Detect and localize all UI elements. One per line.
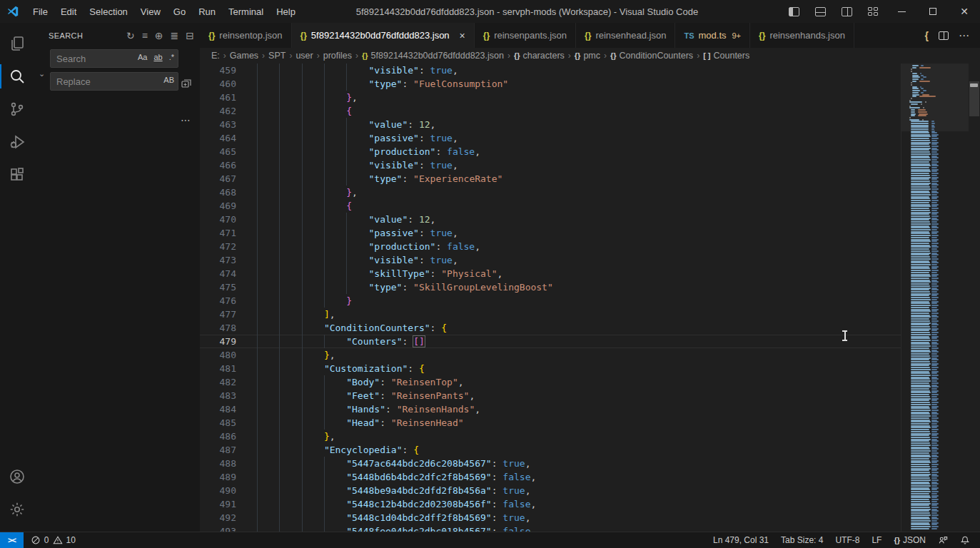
- sidebar-item-search[interactable]: [0, 60, 34, 93]
- more-editor-actions-icon[interactable]: ⋯: [959, 29, 970, 42]
- breadcrumb-item-user[interactable]: user: [295, 51, 313, 61]
- tab-size[interactable]: Tab Size: 4: [781, 535, 823, 545]
- curly-brace-icon[interactable]: {: [925, 30, 929, 41]
- code-line[interactable]: 486},: [200, 430, 901, 443]
- search-more-actions-icon[interactable]: ⋯: [181, 114, 191, 126]
- breadcrumb-item-conditioncounters[interactable]: {}ConditionCounters: [610, 51, 693, 61]
- code-line[interactable]: 485"Head": "ReinsenHead": [200, 416, 901, 430]
- refresh-icon[interactable]: ↻: [126, 30, 135, 41]
- menu-selection[interactable]: Selection: [83, 4, 133, 20]
- code-line[interactable]: 487"Encyclopedia": {: [200, 443, 901, 457]
- code-line[interactable]: 475"type": "SkillGroupLevelingBoost": [200, 280, 901, 294]
- code-line[interactable]: 489"5448bd6b4bdc2dfc2f8b4569": false,: [200, 470, 901, 484]
- notifications-bell-icon[interactable]: [960, 535, 970, 545]
- menu-help[interactable]: Help: [270, 4, 302, 20]
- code-line[interactable]: 481"Customization": {: [200, 362, 901, 375]
- close-tab-icon[interactable]: ×: [460, 30, 465, 41]
- maximize-button[interactable]: [917, 0, 949, 23]
- menu-run[interactable]: Run: [192, 4, 222, 20]
- tab-reinsenpants.json[interactable]: {}reinsenpants.json: [475, 23, 576, 48]
- code-line[interactable]: 483"Feet": "ReinsenPants",: [200, 389, 901, 402]
- code-line[interactable]: 472"production": false,: [200, 240, 901, 253]
- tab-reinsentop.json[interactable]: {}reinsentop.json: [200, 23, 292, 48]
- code-line[interactable]: 476}: [200, 294, 901, 308]
- menu-edit[interactable]: Edit: [54, 4, 83, 20]
- code-line[interactable]: 474"skillType": "Physical",: [200, 267, 901, 280]
- editor-scrollbar[interactable]: [969, 64, 980, 532]
- customize-layout-icon[interactable]: [868, 7, 878, 16]
- breadcrumb-item-characters[interactable]: {}characters: [514, 51, 565, 61]
- breadcrumb-item-counters[interactable]: [ ]Counters: [703, 51, 749, 61]
- split-editor-icon[interactable]: [939, 31, 949, 40]
- problems-indicator[interactable]: 0 10: [24, 535, 76, 545]
- minimize-button[interactable]: [886, 0, 917, 23]
- breadcrumb-item-spt[interactable]: SPT: [268, 51, 286, 61]
- code-line[interactable]: 460"type": "FuelConsumption": [200, 77, 901, 91]
- toggle-secondary-sidebar-icon[interactable]: [842, 7, 852, 16]
- code-line[interactable]: 470"value": 12,: [200, 213, 901, 226]
- eol-sequence[interactable]: LF: [872, 535, 882, 545]
- replace-input[interactable]: [50, 72, 178, 91]
- code-line[interactable]: 479"Counters": []: [200, 335, 901, 348]
- account-button[interactable]: [0, 460, 34, 493]
- collapse-all-icon[interactable]: ⊟: [186, 30, 194, 41]
- toggle-replace-chevron-icon[interactable]: ⌄: [39, 69, 49, 91]
- language-mode[interactable]: {} JSON: [894, 535, 926, 545]
- close-window-button[interactable]: ✕: [949, 0, 980, 23]
- view-as-list-icon[interactable]: ≣: [171, 30, 179, 41]
- code-line[interactable]: 471"passive": true,: [200, 226, 901, 240]
- code-line[interactable]: 484"Hands": "ReinsenHands",: [200, 402, 901, 416]
- code-line[interactable]: 464"passive": true,: [200, 131, 901, 145]
- code-line[interactable]: 465"production": false,: [200, 145, 901, 158]
- tab-5f89214432b0dd76dfddd823.json[interactable]: {}5f89214432b0dd76dfddd823.json×: [292, 23, 475, 48]
- match-case-icon[interactable]: Aa: [137, 53, 148, 61]
- code-line[interactable]: 468},: [200, 186, 901, 199]
- minimap[interactable]: [901, 64, 969, 532]
- code-line[interactable]: 482"Body": "ReinsenTop",: [200, 375, 901, 389]
- breadcrumb-item-e:[interactable]: E:: [211, 51, 220, 61]
- code-editor[interactable]: 459"visible": true,460"type": "FuelConsu…: [200, 64, 901, 532]
- sidebar-item-extensions[interactable]: [0, 158, 34, 191]
- menu-terminal[interactable]: Terminal: [222, 4, 270, 20]
- code-line[interactable]: 492"5448c1d04bdc2dff2f8b4569": true,: [200, 511, 901, 524]
- tab-reinsenhands.json[interactable]: {}reinsenhands.json: [750, 23, 854, 48]
- code-line[interactable]: 480},: [200, 348, 901, 362]
- code-line[interactable]: 467"type": "ExperienceRate": [200, 172, 901, 186]
- sidebar-item-source-control[interactable]: [0, 93, 34, 126]
- whole-word-icon[interactable]: ab: [153, 53, 163, 61]
- clear-search-results-icon[interactable]: ≡: [142, 30, 148, 41]
- regex-icon[interactable]: .*: [168, 53, 175, 61]
- tab-mod.ts[interactable]: TSmod.ts9+: [675, 23, 750, 48]
- tab-reinsenhead.json[interactable]: {}reinsenhead.json: [576, 23, 675, 48]
- sidebar-item-run-debug[interactable]: [0, 126, 34, 158]
- code-line[interactable]: 477],: [200, 308, 901, 321]
- menu-view[interactable]: View: [134, 4, 167, 20]
- settings-button[interactable]: [0, 493, 34, 526]
- breadcrumb-item-profiles[interactable]: profiles: [323, 51, 352, 61]
- toggle-sidebar-icon[interactable]: [789, 7, 799, 16]
- code-line[interactable]: 466"visible": true,: [200, 158, 901, 172]
- menu-go[interactable]: Go: [167, 4, 192, 20]
- toggle-panel-icon[interactable]: [815, 7, 826, 16]
- code-line[interactable]: 459"visible": true,: [200, 64, 901, 77]
- code-line[interactable]: 463"value": 12,: [200, 118, 901, 131]
- code-line[interactable]: 490"5448be9a4bdc2dfd2f8b456a": true,: [200, 484, 901, 497]
- preserve-case-icon[interactable]: AB: [163, 76, 175, 84]
- code-line[interactable]: 478"ConditionCounters": {: [200, 321, 901, 335]
- breadcrumb-item-5f89214432b0dd76dfddd823.json[interactable]: {}5f89214432b0dd76dfddd823.json: [362, 51, 504, 61]
- code-line[interactable]: 469{: [200, 199, 901, 213]
- encoding[interactable]: UTF-8: [835, 535, 859, 545]
- code-line[interactable]: 461},: [200, 91, 901, 104]
- open-new-search-editor-icon[interactable]: ⊕: [155, 30, 163, 41]
- feedback-icon[interactable]: [938, 535, 948, 545]
- breadcrumb-item-games[interactable]: Games: [230, 51, 258, 61]
- breadcrumb-item-pmc[interactable]: {}pmc: [575, 51, 600, 61]
- cursor-position[interactable]: Ln 479, Col 31: [713, 535, 769, 545]
- code-line[interactable]: 462{: [200, 104, 901, 118]
- code-line[interactable]: 473"visible": true,: [200, 253, 901, 267]
- remote-indicator[interactable]: ><: [0, 532, 24, 548]
- code-line[interactable]: 491"5448c12b4bdc2d02308b456f": false,: [200, 497, 901, 511]
- replace-all-icon[interactable]: [181, 78, 192, 89]
- menu-file[interactable]: File: [26, 4, 54, 20]
- code-line[interactable]: 488"5447ac644bdc2d6c208b4567": true,: [200, 457, 901, 470]
